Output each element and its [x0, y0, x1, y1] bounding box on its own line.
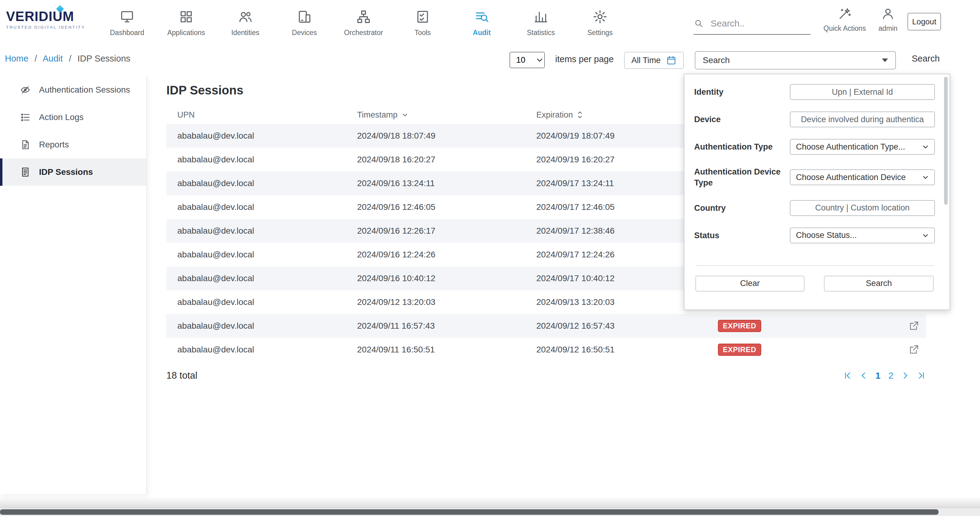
filter-select-status[interactable]: Choose Status...	[790, 227, 935, 243]
reports-icon	[20, 140, 30, 150]
next-page-button[interactable]	[901, 372, 909, 379]
breadcrumb-home-link[interactable]: Home	[5, 54, 28, 64]
timestamp-cell: 2024/09/16 13:24:11	[357, 178, 536, 188]
filter-label-status: Status	[694, 230, 790, 241]
panel-divider	[695, 265, 934, 266]
sort-descending-icon	[402, 112, 408, 118]
page-button-2[interactable]: 2	[888, 370, 894, 381]
column-label-timestamp: Timestamp	[357, 110, 398, 120]
filter-input-identity[interactable]	[790, 84, 935, 100]
nav-item-label: Tools	[414, 29, 431, 37]
timestamp-cell: 2024/09/11 16:57:43	[357, 321, 536, 331]
veridium-admin-console: VERIDIUM TRUSTED DIGITAL IDENTITY Dashbo…	[0, 0, 980, 516]
prev-page-button[interactable]	[860, 372, 867, 379]
pagination: 12	[844, 370, 926, 381]
nav-item-tools[interactable]: Tools	[393, 0, 452, 46]
column-header-upn[interactable]: UPN	[177, 110, 357, 120]
quick-actions-button[interactable]: Quick Actions	[821, 7, 868, 33]
nav-item-settings[interactable]: Settings	[570, 0, 630, 46]
filter-label-device: Device	[694, 114, 790, 125]
filter-fields: IdentityDeviceAuthentication TypeChoose …	[694, 84, 935, 243]
chevron-down-icon	[922, 174, 929, 181]
panel-actions: Clear Search	[694, 276, 935, 292]
brand-name: VERIDIUM	[6, 10, 103, 23]
nav-item-devices[interactable]: Devices	[275, 0, 334, 46]
admin-menu[interactable]: admin	[873, 7, 903, 33]
auth-sessions-icon	[20, 85, 30, 95]
filter-label-authentication-type: Authentication Type	[694, 141, 790, 152]
search-icon	[694, 18, 704, 29]
table-row[interactable]: ababalau@dev.local2024/09/11 16:57:43202…	[166, 314, 926, 338]
table-row[interactable]: ababalau@dev.local2024/09/11 16:50:51202…	[166, 338, 926, 362]
column-header-timestamp[interactable]: Timestamp	[357, 110, 536, 120]
nav-item-statistics[interactable]: Statistics	[511, 0, 570, 46]
brand-logo[interactable]: VERIDIUM TRUSTED DIGITAL IDENTITY	[6, 10, 103, 30]
action-logs-icon	[20, 112, 30, 122]
sidebar-item-idp-sessions[interactable]: IDP Sessions	[0, 159, 146, 186]
horizontal-scrollbar[interactable]	[0, 508, 980, 516]
time-filter-label: All Time	[632, 56, 661, 65]
sidebar-item-label: Reports	[39, 140, 69, 149]
nav-item-audit[interactable]: Audit	[452, 0, 511, 46]
filter-label-authentication-device-type: Authentication Device Type	[694, 166, 790, 189]
search-filter-dropdown[interactable]: Search	[695, 51, 896, 70]
sidebar-item-reports[interactable]: Reports	[0, 131, 146, 159]
filter-field-row: Identity	[694, 84, 935, 100]
sidebar-item-label: Action Logs	[39, 113, 83, 122]
nav-item-label: Identities	[231, 29, 259, 37]
sidebar-item-action-logs[interactable]: Action Logs	[0, 103, 146, 131]
breadcrumb: Home / Audit / IDP Sessions	[5, 54, 130, 64]
per-page-select[interactable]: 10	[509, 52, 545, 68]
filter-label-country: Country	[694, 203, 790, 214]
filter-input-country[interactable]	[790, 200, 935, 216]
main-nav: DashboardApplicationsIdentitiesDevicesOr…	[97, 0, 630, 46]
identities-icon	[238, 9, 253, 24]
sidebar-item-label: Authentication Sessions	[39, 85, 130, 95]
open-session-icon[interactable]	[909, 345, 919, 355]
search-button[interactable]: Search	[912, 54, 940, 64]
upn-cell: ababalau@dev.local	[177, 273, 357, 283]
expiration-cell: 2024/09/12 16:50:51	[536, 345, 718, 354]
audit-icon	[474, 9, 489, 24]
filter-select-authentication-type[interactable]: Choose Authentication Type...	[790, 139, 935, 155]
upn-cell: ababalau@dev.local	[177, 321, 357, 331]
column-label-upn: UPN	[177, 110, 195, 120]
nav-item-orchestrator[interactable]: Orchestrator	[334, 0, 393, 46]
total-count: 18 total	[166, 370, 197, 381]
sidebar-item-authentication-sessions[interactable]: Authentication Sessions	[0, 76, 146, 103]
logout-button[interactable]: Logout	[907, 13, 941, 30]
applications-icon	[178, 9, 194, 24]
horizontal-scrollbar-thumb[interactable]	[0, 509, 939, 515]
search-filter-panel: IdentityDeviceAuthentication TypeChoose …	[684, 74, 950, 310]
admin-label: admin	[878, 24, 898, 33]
sidebar-item-label: IDP Sessions	[39, 167, 93, 177]
nav-item-dashboard[interactable]: Dashboard	[97, 0, 157, 46]
last-page-button[interactable]	[917, 372, 925, 379]
chevron-down-icon	[922, 143, 929, 150]
time-filter-button[interactable]: All Time	[624, 52, 684, 69]
nav-item-applications[interactable]: Applications	[157, 0, 216, 46]
settings-icon	[592, 9, 608, 24]
user-icon	[881, 7, 895, 21]
filter-input-device[interactable]	[790, 111, 935, 127]
nav-item-label: Devices	[292, 29, 317, 37]
timestamp-cell: 2024/09/16 12:26:17	[357, 226, 536, 236]
panel-scrollbar-thumb[interactable]	[944, 77, 948, 205]
nav-item-identities[interactable]: Identities	[216, 0, 275, 46]
open-session-icon[interactable]	[909, 321, 919, 331]
tools-icon	[415, 9, 430, 24]
filter-select-authentication-device-type[interactable]: Choose Authentication Device	[790, 169, 935, 185]
nav-search[interactable]: Search..	[694, 18, 811, 35]
upn-cell: ababalau@dev.local	[177, 345, 357, 354]
sort-both-icon	[577, 111, 583, 119]
nav-item-label: Audit	[473, 29, 491, 37]
breadcrumb-separator: /	[35, 54, 37, 64]
page-button-1[interactable]: 1	[875, 370, 881, 381]
breadcrumb-audit-link[interactable]: Audit	[43, 54, 63, 64]
toolbar: Home / Audit / IDP Sessions 10 items per…	[0, 46, 980, 74]
filter-search-button[interactable]: Search	[824, 276, 934, 292]
filter-clear-button[interactable]: Clear	[695, 276, 805, 292]
bottom-shadow	[0, 497, 980, 508]
brand-tagline: TRUSTED DIGITAL IDENTITY	[6, 25, 103, 30]
first-page-button[interactable]	[844, 372, 852, 379]
